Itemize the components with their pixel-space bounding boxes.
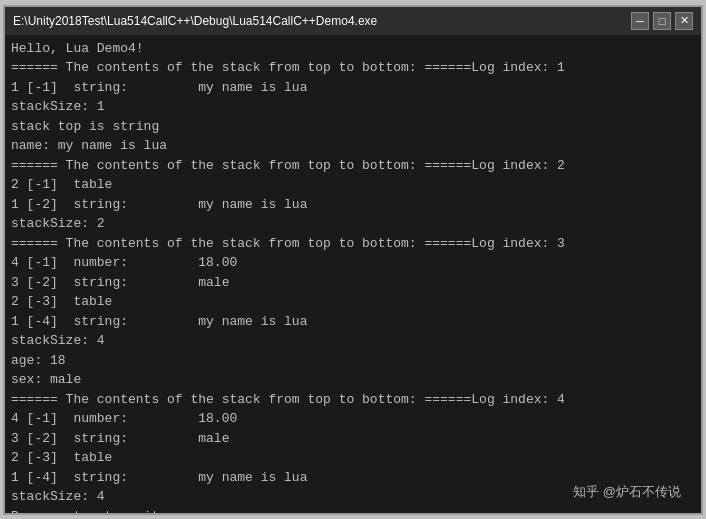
title-bar: E:\Unity2018Test\Lua514CallC++\Debug\Lua… <box>5 7 701 35</box>
console-area: Hello, Lua Demo4! ====== The contents of… <box>5 35 701 513</box>
window-controls: ─ □ ✕ <box>631 12 693 30</box>
maximize-button[interactable]: □ <box>653 12 671 30</box>
window-title: E:\Unity2018Test\Lua514CallC++\Debug\Lua… <box>13 14 623 28</box>
console-output: Hello, Lua Demo4! ====== The contents of… <box>11 39 695 513</box>
watermark: 知乎 @炉石不传说 <box>573 483 681 501</box>
minimize-button[interactable]: ─ <box>631 12 649 30</box>
main-window: E:\Unity2018Test\Lua514CallC++\Debug\Lua… <box>3 5 703 515</box>
close-button[interactable]: ✕ <box>675 12 693 30</box>
